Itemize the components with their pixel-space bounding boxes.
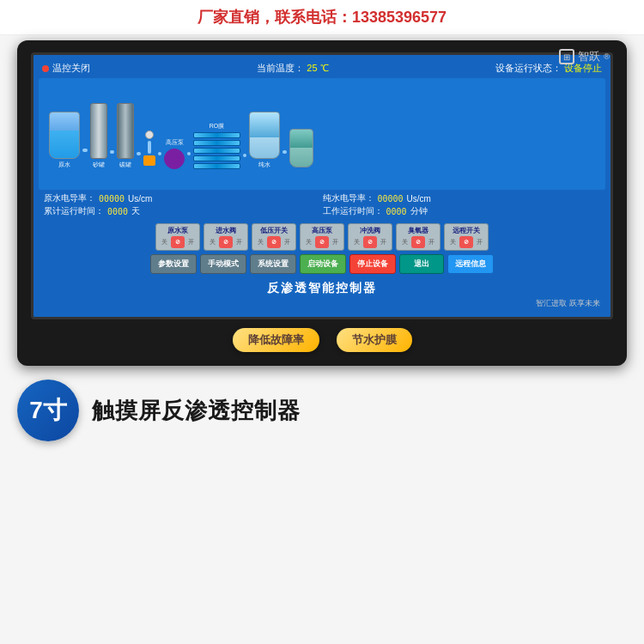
controls-area: 原水泵 关 ⊘ 开 进水阀 关 ⊘ 开 低压开关 bbox=[39, 220, 605, 277]
process-diagram: 原水 砂罐 碳罐 bbox=[39, 78, 605, 190]
conductivity-raw-label: 原水电导率： bbox=[44, 192, 95, 204]
screen-top-bar: 温控关闭 当前温度： 25 ℃ 设备运行状态： 设备停止 bbox=[39, 60, 605, 78]
work-runtime-label: 工作运行时间： bbox=[323, 205, 383, 217]
remote-switch-off[interactable]: ⊘ bbox=[459, 236, 473, 248]
ro-bar-4 bbox=[193, 155, 240, 161]
conductivity-pure-value: 00000 bbox=[378, 194, 404, 204]
temp-indicator: 温控关闭 bbox=[42, 62, 90, 75]
raw-water-pump-btn[interactable]: 原水泵 关 ⊘ 开 bbox=[155, 223, 200, 251]
ro-bar-2 bbox=[193, 140, 240, 146]
ro-bar-5 bbox=[193, 163, 240, 169]
size-text: 7寸 bbox=[29, 394, 67, 427]
param-settings-btn[interactable]: 参数设置 bbox=[150, 254, 197, 274]
sand-filter: 砂罐 bbox=[90, 103, 107, 169]
high-pressure-btn[interactable]: 高压泵 关 ⊘ 开 bbox=[300, 223, 344, 251]
pipe1 bbox=[82, 149, 88, 152]
conductivity-raw-unit: Us/cm bbox=[128, 194, 152, 204]
brand-registered: ® bbox=[604, 52, 610, 61]
total-runtime-value: 0000 bbox=[107, 207, 128, 216]
pipe5 bbox=[187, 152, 191, 155]
manual-mode-btn[interactable]: 手动模式 bbox=[200, 254, 246, 274]
high-pressure-pump: 高压泵 bbox=[164, 138, 185, 169]
hp-pump-label: 高压泵 bbox=[166, 138, 184, 147]
data-section: 原水电导率： 00000 Us/cm 纯水电导率： 00000 Us/cm 累计… bbox=[39, 190, 605, 220]
output-tank bbox=[289, 129, 313, 169]
exit-btn[interactable]: 退出 bbox=[399, 254, 444, 274]
top-banner: 厂家直销，联系电话：13385396577 bbox=[0, 0, 644, 35]
temp-status: 温控关闭 bbox=[52, 62, 90, 75]
total-runtime-unit: 天 bbox=[131, 205, 140, 217]
work-runtime-unit: 分钟 bbox=[410, 205, 428, 217]
action-buttons-row: 参数设置 手动模式 系统设置 启动设备 停止设备 退出 远程信息 bbox=[44, 254, 600, 274]
flush-valve-btn[interactable]: 冲洗阀 关 ⊘ 开 bbox=[348, 223, 392, 251]
remote-switch-label: 远程开关 bbox=[448, 226, 484, 235]
pure-water-tank: 纯水 bbox=[249, 112, 280, 169]
pipe6 bbox=[243, 154, 246, 157]
pump-body-icon bbox=[164, 149, 185, 169]
filter-small bbox=[143, 155, 155, 166]
ro-bar-1 bbox=[193, 132, 240, 138]
high-pressure-off[interactable]: ⊘ bbox=[315, 236, 329, 248]
control-buttons-row: 原水泵 关 ⊘ 开 进水阀 关 ⊘ 开 低压开关 bbox=[44, 223, 600, 251]
raw-water-pump-off[interactable]: ⊘ bbox=[171, 236, 185, 248]
ro-label: RO膜 bbox=[210, 122, 225, 131]
diagram-inner: 原水 砂罐 碳罐 bbox=[46, 96, 598, 173]
banner-text: 厂家直销，联系电话：13385396577 bbox=[197, 9, 447, 26]
conductivity-pure-row: 纯水电导率： 00000 Us/cm bbox=[323, 192, 601, 204]
ro-membranes bbox=[193, 132, 240, 169]
work-runtime-row: 工作运行时间： 0000 分钟 bbox=[323, 205, 601, 217]
remote-switch-btn[interactable]: 远程开关 关 ⊘ 开 bbox=[444, 223, 489, 251]
screen: 温控关闭 当前温度： 25 ℃ 设备运行状态： 设备停止 原水 bbox=[31, 52, 613, 319]
start-device-btn[interactable]: 启动设备 bbox=[300, 254, 346, 274]
conductivity-pure-unit: Us/cm bbox=[407, 194, 431, 204]
bottom-section: 7寸 触摸屏反渗透控制器 bbox=[0, 371, 644, 441]
low-pressure-off[interactable]: ⊘ bbox=[267, 236, 281, 248]
screen-title: 反渗透智能控制器 bbox=[39, 277, 605, 298]
screen-title-text: 反渗透智能控制器 bbox=[267, 281, 377, 295]
feature-1-text: 降低故障率 bbox=[248, 333, 304, 346]
current-temp: 当前温度： 25 ℃ bbox=[257, 62, 328, 75]
conductivity-pure-label: 纯水电导率： bbox=[323, 192, 374, 204]
total-runtime-label: 累计运行时间： bbox=[44, 205, 104, 217]
work-runtime-value: 0000 bbox=[386, 207, 407, 216]
carbon-label: 碳罐 bbox=[119, 161, 131, 169]
total-runtime-row: 累计运行时间： 0000 天 bbox=[44, 205, 322, 217]
red-dot-icon bbox=[42, 65, 49, 72]
pipe3 bbox=[137, 152, 141, 155]
remote-info-btn[interactable]: 远程信息 bbox=[447, 254, 494, 274]
feature-2-text: 节水护膜 bbox=[352, 333, 397, 346]
brand-logo: ⊞ 智跃 ® bbox=[559, 49, 610, 64]
sand-label: 砂罐 bbox=[93, 161, 105, 169]
brand-icon: ⊞ bbox=[559, 49, 574, 64]
valve-area bbox=[143, 131, 155, 169]
device-wrapper: ⊞ 智跃 ® 温控关闭 当前温度： 25 ℃ 设备运行状态： 设备停止 bbox=[17, 40, 627, 366]
pipe4 bbox=[158, 152, 161, 155]
raw-water-pump-label: 原水泵 bbox=[160, 226, 196, 235]
flush-valve-label: 冲洗阀 bbox=[352, 226, 388, 235]
tagline-text: 智汇进取 跃享未来 bbox=[536, 299, 600, 307]
high-pressure-label: 高压泵 bbox=[304, 226, 340, 235]
stop-device-btn[interactable]: 停止设备 bbox=[349, 254, 396, 274]
conductivity-raw-row: 原水电导率： 00000 Us/cm bbox=[44, 192, 322, 204]
low-pressure-btn[interactable]: 低压开关 关 ⊘ 开 bbox=[252, 223, 296, 251]
ozone-label: 臭氧器 bbox=[400, 226, 436, 235]
brand-name: 智跃 bbox=[578, 49, 600, 64]
product-title: 触摸屏反渗透控制器 bbox=[92, 396, 301, 426]
ozone-btn[interactable]: 臭氧器 关 ⊘ 开 bbox=[396, 223, 440, 251]
inlet-valve-btn[interactable]: 进水阀 关 ⊘ 开 bbox=[204, 223, 248, 251]
low-pressure-label: 低压开关 bbox=[256, 226, 292, 235]
inlet-valve-off[interactable]: ⊘ bbox=[219, 236, 233, 248]
system-settings-btn[interactable]: 系统设置 bbox=[250, 254, 296, 274]
pipe2 bbox=[110, 150, 114, 154]
ozone-off[interactable]: ⊘ bbox=[411, 236, 425, 248]
raw-water-label: 原水 bbox=[58, 161, 70, 169]
pure-water-label: 纯水 bbox=[258, 161, 270, 169]
vpipe1 bbox=[148, 141, 151, 154]
raw-water-tank: 原水 bbox=[49, 112, 80, 169]
pipe7 bbox=[283, 150, 287, 154]
screen-tagline: 智汇进取 跃享未来 bbox=[39, 298, 605, 312]
flush-valve-off[interactable]: ⊘ bbox=[363, 236, 377, 248]
ro-bar-3 bbox=[193, 148, 240, 154]
gauge-icon bbox=[145, 131, 154, 139]
inlet-valve-label: 进水阀 bbox=[208, 226, 244, 235]
